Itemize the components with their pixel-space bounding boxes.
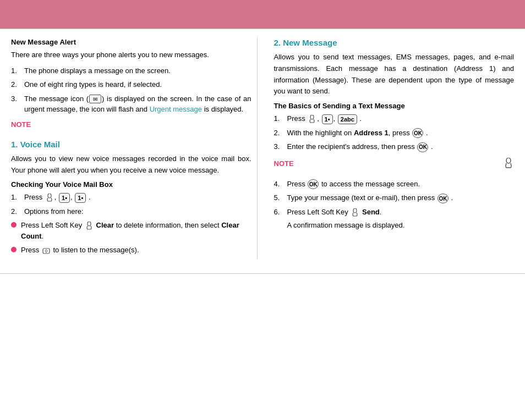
- alert-title: New Message Alert: [11, 38, 251, 46]
- top-bar: [0, 0, 525, 29]
- key-1s: 1•: [59, 193, 70, 203]
- phone-icon: [45, 194, 54, 202]
- left-column: New Message Alert There are three ways y…: [11, 38, 258, 259]
- ok-icon: OK: [412, 128, 423, 138]
- svg-point-0: [48, 194, 51, 198]
- confirmation-text: A confirmation message is displayed.: [287, 221, 515, 229]
- svg-point-4: [310, 115, 314, 119]
- list-item: 1. The phone displays a message on the s…: [11, 65, 251, 76]
- new-message-title: 2. New Message: [274, 38, 515, 47]
- key-1s: 1•: [322, 114, 333, 124]
- alert-body: There are three ways your phone alerts y…: [11, 49, 251, 61]
- ok-icon: OK: [438, 194, 449, 203]
- urgent-link[interactable]: Urgent message: [150, 105, 202, 113]
- ok-icon: OK: [417, 142, 428, 152]
- list-item: 1. Press , 1•, 1• .: [11, 192, 251, 203]
- list-item: 3. The message icon (✉) is displayed on …: [11, 93, 251, 115]
- ok-icon: OK: [308, 179, 319, 189]
- svg-point-3: [45, 250, 47, 252]
- basics-title: The Basics of Sending a Text Message: [274, 102, 515, 110]
- list-item: 5. Type your message (text or e-mail), t…: [274, 192, 515, 203]
- key-1s2: 1•: [75, 193, 86, 203]
- phone-icon: [85, 222, 94, 230]
- note-label-left: NOTE: [11, 120, 251, 129]
- listen-icon: [42, 246, 51, 255]
- list-item: 3. Enter the recipient's address, then p…: [274, 141, 515, 152]
- svg-point-5: [506, 158, 511, 163]
- list-item: 4. Press OK to access the message screen…: [274, 179, 515, 190]
- key-2abc: 2abc: [338, 114, 357, 124]
- list-item: 2. Options from here:: [11, 206, 251, 217]
- svg-point-1: [88, 222, 91, 226]
- note-label-right: NOTE: [274, 159, 294, 168]
- svg-point-6: [353, 208, 357, 213]
- bullet-dot: [11, 222, 17, 228]
- bottom-border: [0, 273, 525, 274]
- voice-body: Allows you to view new voice messages re…: [11, 153, 251, 176]
- right-column: 2. New Message Allows you to send text m…: [269, 38, 515, 259]
- bullet-text: Press Left Soft Key Clear to delete info…: [21, 220, 251, 241]
- list-item: 1. Press , 1•, 2abc .: [274, 113, 515, 124]
- svg-rect-2: [43, 248, 50, 253]
- content-area: New Message Alert There are three ways y…: [0, 29, 525, 268]
- voice-mail-title: 1. Voice Mail: [11, 140, 251, 149]
- bullet-item: Press Left Soft Key Clear to delete info…: [11, 220, 251, 241]
- phone-icon: [308, 115, 316, 124]
- new-message-body: Allows you to send text messages, EMS me…: [274, 52, 515, 97]
- bullet-text: Press to listen to the message(s).: [21, 245, 251, 256]
- phone-icon: [351, 208, 359, 217]
- list-item: 2. With the highlight on Address 1, pres…: [274, 128, 515, 139]
- bullet-item: Press to listen to the message(s).: [11, 245, 251, 256]
- msg-icon: ✉: [89, 95, 101, 103]
- list-item: 6. Press Left Soft Key Send.: [274, 207, 515, 218]
- list-item: 2. One of eight ring types is heard, if …: [11, 79, 251, 90]
- phone-small-icon: [503, 158, 514, 170]
- bullet-dot: [11, 247, 17, 252]
- checking-title: Checking Your Voice Mail Box: [11, 180, 251, 189]
